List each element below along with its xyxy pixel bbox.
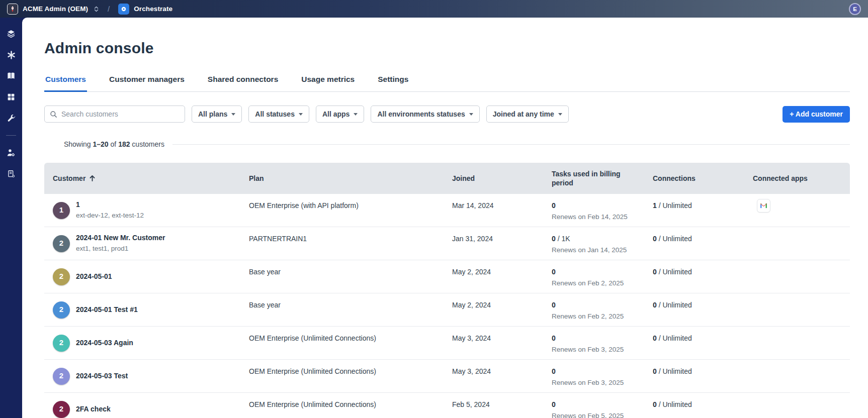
tab-customers[interactable]: Customers [44,72,87,92]
connections-value: 0 [653,400,657,408]
table-row[interactable]: 2 2024-05-01 Test #1 Base year May 2, 20… [44,293,850,327]
user-avatar[interactable]: E [849,3,861,15]
connections-value: 0 [653,301,657,309]
summary-range: 1–20 [93,140,109,148]
column-header-connected-apps[interactable]: Connected apps [753,174,850,182]
joined-cell: Mar 14, 2024 [452,194,552,227]
customer-avatar: 2 [53,268,70,285]
customer-name[interactable]: 1 [76,200,144,210]
connections-value: 0 [653,367,657,375]
connected-apps-cell [753,360,850,392]
plan-cell: Base year [249,260,452,293]
joined-cell: May 3, 2024 [452,360,552,392]
search-input[interactable] [61,110,180,118]
orchestrate-logo-icon[interactable] [118,4,129,15]
workspace-name[interactable]: ACME Admin (OEM) [23,5,88,13]
open-book-icon[interactable] [6,71,16,81]
customer-cell[interactable]: 2 2024-05-01 [44,260,249,293]
table-body: 1 1 ext-dev-12, ext-test-12 OEM Enterpri… [44,194,850,418]
customer-cell[interactable]: 2 2024-05-03 Again [44,327,249,359]
rocket-icon [9,5,17,13]
column-header-plan[interactable]: Plan [249,174,452,182]
connected-apps-cell [753,227,850,260]
table-row[interactable]: 1 1 ext-dev-12, ext-test-12 OEM Enterpri… [44,194,850,227]
connected-apps-cell [753,293,850,326]
column-header-customer[interactable]: Customer [44,174,249,182]
tab-customer-managers[interactable]: Customer managers [108,72,186,92]
filter-all-plans[interactable]: All plans [192,106,242,123]
user-settings-icon[interactable] [6,148,16,158]
joined-cell: Feb 5, 2024 [452,393,552,418]
customer-name[interactable]: 2024-01 New Mr. Customer [76,233,165,243]
tasks-used-value: 0 [552,201,556,210]
connections-cell: 0 / Unlimited [653,260,753,293]
filter-joined-time[interactable]: Joined at any time [486,106,569,123]
table-row[interactable]: 2 2024-05-03 Test OEM Enterprise (Unlimi… [44,360,850,393]
joined-cell: May 3, 2024 [452,327,552,359]
customer-text: 2024-01 New Mr. Customer ext1, test1, pr… [76,233,165,253]
column-header-connections[interactable]: Connections [653,174,753,182]
grid-icon[interactable] [6,92,16,102]
table-header-row: Customer Plan Joined Tasks used in billi… [44,163,850,194]
tasks-cell: 0 Renews on Feb 5, 2025 [552,393,653,418]
tasks-used-value: 0 [552,301,556,309]
customer-name[interactable]: 2024-05-01 [76,272,112,281]
customer-text: 2024-05-03 Again [76,338,133,348]
workspace-logo-icon[interactable] [7,4,18,15]
tasks-cell: 0 Renews on Feb 3, 2025 [552,327,653,359]
filter-environments-statuses[interactable]: All environments statuses [371,106,479,123]
tasks-cell: 0 Renews on Feb 2, 2025 [552,293,653,326]
renews-on: Renews on Feb 3, 2025 [552,378,653,387]
filter-all-statuses-label: All statuses [255,110,295,118]
connections-limit: / Unlimited [657,268,692,276]
tab-usage-metrics[interactable]: Usage metrics [300,72,356,92]
layers-icon[interactable] [6,29,16,39]
joined-cell: May 2, 2024 [452,260,552,293]
customer-avatar: 2 [53,401,70,418]
summary-total: 182 [118,140,130,148]
customer-name[interactable]: 2024-05-03 Test [76,371,128,381]
connected-apps-cell [753,260,850,293]
chevron-down-icon [469,113,473,116]
filter-all-apps[interactable]: All apps [316,106,364,123]
gmail-app-icon[interactable] [757,199,770,213]
customer-name[interactable]: 2024-05-03 Again [76,338,133,348]
column-header-tasks[interactable]: Tasks used in billing period [552,169,627,187]
table-row[interactable]: 2 2024-01 New Mr. Customer ext1, test1, … [44,227,850,260]
filter-all-statuses[interactable]: All statuses [248,106,309,123]
customer-cell[interactable]: 1 1 ext-dev-12, ext-test-12 [44,194,249,227]
chevron-down-icon [558,113,562,116]
tab-bar: Customers Customer managers Shared conne… [44,72,850,92]
connected-apps-cell [753,194,850,227]
customer-cell[interactable]: 2 2FA check [44,393,249,418]
customer-cell[interactable]: 2 2024-01 New Mr. Customer ext1, test1, … [44,227,249,260]
filter-bar: All plans All statuses All apps All envi… [44,106,850,123]
top-bar: ACME Admin (OEM) / Orchestrate E [0,0,868,18]
audit-log-icon[interactable] [6,169,16,179]
customer-cell[interactable]: 2 2024-05-03 Test [44,360,249,392]
renews-on: Renews on Feb 2, 2025 [552,279,653,288]
tasks-used-value: 0 [552,334,556,342]
tasks-used-value: 0 [552,367,556,375]
workspace-switcher-icon[interactable] [94,6,99,13]
table-row[interactable]: 2 2024-05-01 Base year May 2, 2024 0 Ren… [44,260,850,293]
search-box[interactable] [44,106,185,123]
table-row[interactable]: 2 2024-05-03 Again OEM Enterprise (Unlim… [44,327,850,360]
breadcrumb-product[interactable]: Orchestrate [134,5,172,13]
renews-on: Renews on Jan 14, 2025 [552,246,653,255]
app-shell: Admin console Customers Customer manager… [0,18,868,418]
asterisk-icon[interactable] [6,50,16,60]
add-customer-button[interactable]: + Add customer [783,106,850,123]
filter-all-apps-label: All apps [322,110,350,118]
connections-limit: / Unlimited [657,235,692,243]
column-header-joined[interactable]: Joined [452,174,552,182]
tab-shared-connectors[interactable]: Shared connectors [207,72,279,92]
customer-name[interactable]: 2FA check [76,404,111,414]
connections-cell: 0 / Unlimited [653,227,753,260]
wrench-icon[interactable] [6,113,16,123]
customer-cell[interactable]: 2 2024-05-01 Test #1 [44,293,249,326]
table-row[interactable]: 2 2FA check OEM Enterprise (Unlimited Co… [44,393,850,418]
tab-settings[interactable]: Settings [377,72,409,92]
customer-name[interactable]: 2024-05-01 Test #1 [76,305,138,315]
customer-text: 2FA check [76,404,111,414]
